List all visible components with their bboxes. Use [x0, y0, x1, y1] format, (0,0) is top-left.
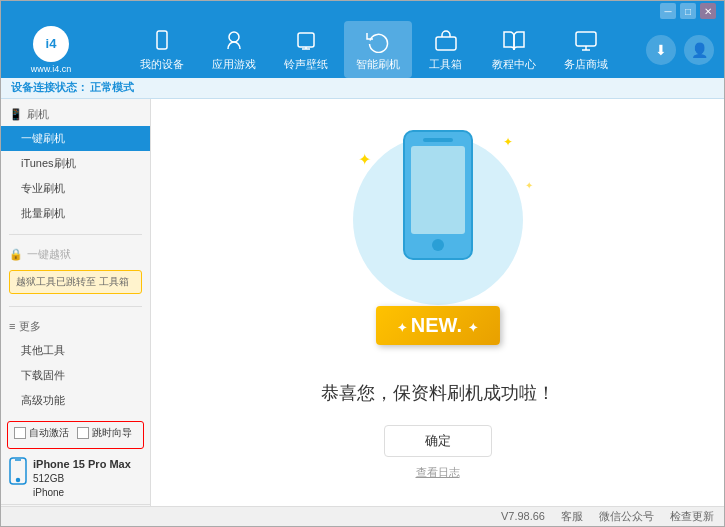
footer-link-update[interactable]: 检查更新	[670, 509, 714, 524]
toolbox-icon	[432, 27, 460, 55]
ringtones-icon	[292, 27, 320, 55]
svg-rect-7	[576, 32, 596, 46]
sidebar-section-flash-label: 刷机	[27, 107, 49, 122]
nav-ringtones[interactable]: 铃声壁纸	[272, 21, 340, 78]
status-bar: 设备连接状态： 正常模式	[1, 78, 724, 98]
sidebar-divider-2	[9, 306, 142, 307]
sidebar-section-flash-header: 📱 刷机	[1, 103, 150, 126]
sidebar: 📱 刷机 一键刷机 iTunes刷机 专业刷机 批量刷机 🔒 一键越狱	[1, 99, 151, 506]
device-info: iPhone 15 Pro Max 512GB iPhone	[1, 453, 150, 504]
time-guide-checkbox[interactable]	[77, 427, 89, 439]
confirm-button[interactable]: 确定	[384, 425, 492, 457]
sidebar-item-pro-flash[interactable]: 专业刷机	[1, 176, 150, 201]
device-type: iPhone	[33, 486, 131, 500]
version-label: V7.98.66	[501, 510, 545, 522]
nav-toolbox-label: 工具箱	[429, 57, 462, 72]
sidebar-item-one-key-flash[interactable]: 一键刷机	[1, 126, 150, 151]
device-details: iPhone 15 Pro Max 512GB iPhone	[33, 457, 131, 500]
view-log-link[interactable]: 查看日志	[416, 465, 460, 480]
star-right: ✦	[468, 321, 478, 335]
auto-activate-label[interactable]: 自动激活	[14, 426, 69, 440]
sidebar-item-batch-flash[interactable]: 批量刷机	[1, 201, 150, 226]
device-name: iPhone 15 Pro Max	[33, 457, 131, 472]
nav-toolbox[interactable]: 工具箱	[416, 21, 476, 78]
star-left: ✦	[397, 321, 410, 335]
sidebar-item-download-firmware[interactable]: 下载固件	[1, 363, 150, 388]
sidebar-section-flash: 📱 刷机 一键刷机 iTunes刷机 专业刷机 批量刷机	[1, 99, 150, 230]
content-area: ✦ NEW. ✦ ✦ ✦ ✦ 恭喜您，保资料刷机成功啦！ 确定 查看日志	[151, 99, 724, 506]
nav-smart-flash[interactable]: 智能刷机	[344, 21, 412, 78]
my-device-icon	[148, 27, 176, 55]
device-section: 自动激活 跳时向导 iPhone 15 Pro Max 512GB	[1, 417, 150, 506]
header-actions: ⬇ 👤	[646, 35, 714, 65]
logo-url: www.i4.cn	[31, 64, 72, 74]
minimize-button[interactable]: ─	[660, 3, 676, 19]
nav-my-device[interactable]: 我的设备	[128, 21, 196, 78]
nav-apps-games-label: 应用游戏	[212, 57, 256, 72]
nav-ringtones-label: 铃声壁纸	[284, 57, 328, 72]
user-button[interactable]: 👤	[684, 35, 714, 65]
auto-options-row: 自动激活 跳时向导	[14, 426, 137, 440]
nav-apps-games[interactable]: 应用游戏	[200, 21, 268, 78]
auto-activate-checkbox[interactable]	[14, 427, 26, 439]
sidebar-warning-text: 越狱工具已跳转至 工具箱	[16, 276, 129, 287]
sidebar-section-more-label: 更多	[19, 319, 41, 334]
logo: i4 www.i4.cn	[11, 26, 91, 74]
download-button[interactable]: ⬇	[646, 35, 676, 65]
success-message: 恭喜您，保资料刷机成功啦！	[321, 381, 555, 405]
phone-illustration	[403, 130, 473, 260]
status-value: 正常模式	[90, 80, 134, 95]
svg-rect-0	[157, 31, 167, 49]
sidebar-item-advanced[interactable]: 高级功能	[1, 388, 150, 413]
svg-rect-3	[298, 33, 314, 47]
nav-tutorial-label: 教程中心	[492, 57, 536, 72]
device-options-outline: 自动激活 跳时向导	[7, 421, 144, 449]
nav-service-label: 务店商域	[564, 57, 608, 72]
lock-icon: 🔒	[9, 248, 23, 261]
tutorial-icon	[500, 27, 528, 55]
close-button[interactable]: ✕	[700, 3, 716, 19]
service-icon	[572, 27, 600, 55]
phone-speaker	[423, 138, 453, 142]
footer-link-wechat[interactable]: 微信公众号	[599, 509, 654, 524]
success-illustration: ✦ NEW. ✦ ✦ ✦ ✦	[328, 125, 548, 365]
sidebar-jailbreak-header: 🔒 一键越狱	[1, 243, 150, 266]
footer-link-support[interactable]: 客服	[561, 509, 583, 524]
phone-body	[403, 130, 473, 260]
main-area: 📱 刷机 一键刷机 iTunes刷机 专业刷机 批量刷机 🔒 一键越狱	[1, 99, 724, 506]
flash-section-icon: 📱	[9, 108, 23, 121]
sparkle-top-right: ✦	[503, 135, 513, 149]
phone-home	[432, 239, 444, 251]
nav-my-device-label: 我的设备	[140, 57, 184, 72]
svg-rect-6	[436, 37, 456, 50]
sidebar-section-jailbreak-label: 一键越狱	[27, 247, 71, 262]
device-storage: 512GB	[33, 472, 131, 486]
more-section-icon: ≡	[9, 320, 15, 332]
svg-point-2	[229, 32, 239, 42]
title-bar: ─ □ ✕	[1, 1, 724, 21]
sidebar-warning-box: 越狱工具已跳转至 工具箱	[9, 270, 142, 294]
sidebar-item-itunes-flash[interactable]: iTunes刷机	[1, 151, 150, 176]
time-guide-text: 跳时向导	[92, 426, 132, 440]
apps-games-icon	[220, 27, 248, 55]
header: i4 www.i4.cn 我的设备 应用游戏 铃声壁纸	[1, 21, 724, 78]
device-phone-icon	[9, 457, 27, 490]
nav-tutorial[interactable]: 教程中心	[480, 21, 548, 78]
new-banner: ✦ NEW. ✦	[375, 306, 499, 345]
svg-point-12	[17, 478, 20, 481]
sidebar-more-header: ≡ 更多	[1, 315, 150, 338]
logo-icon: i4	[33, 26, 69, 62]
sparkle-right: ✦	[525, 180, 533, 191]
smart-flash-icon	[364, 27, 392, 55]
nav-smart-flash-label: 智能刷机	[356, 57, 400, 72]
sidebar-item-other-tools[interactable]: 其他工具	[1, 338, 150, 363]
nav-service[interactable]: 务店商域	[552, 21, 620, 78]
banner-text: NEW.	[411, 314, 462, 336]
sidebar-section-jailbreak: 🔒 一键越狱 越狱工具已跳转至 工具箱	[1, 239, 150, 302]
auto-activate-text: 自动激活	[29, 426, 69, 440]
status-label: 设备连接状态：	[11, 80, 88, 95]
maximize-button[interactable]: □	[680, 3, 696, 19]
sidebar-section-more: ≡ 更多 其他工具 下载固件 高级功能	[1, 311, 150, 417]
phone-screen	[411, 146, 465, 234]
time-guide-label[interactable]: 跳时向导	[77, 426, 132, 440]
